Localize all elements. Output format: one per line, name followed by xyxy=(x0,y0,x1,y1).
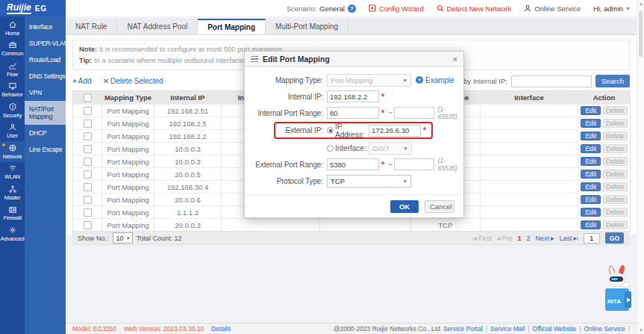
footer-link-service-mail[interactable]: Service Mail xyxy=(490,325,525,333)
edit-button[interactable]: Edit xyxy=(581,132,601,140)
row-checkbox[interactable] xyxy=(84,208,92,217)
edit-button[interactable]: Edit xyxy=(581,170,601,179)
row-checkbox[interactable] xyxy=(84,183,92,191)
pagination-page-1[interactable]: 1 xyxy=(517,235,521,242)
protocol-type-select[interactable]: TCP▼ xyxy=(327,175,411,188)
delete-button[interactable]: Delete xyxy=(603,132,628,140)
rita-assistant-widget[interactable]: RITA xyxy=(601,265,635,315)
sidebar-item-firewall[interactable]: Firewall xyxy=(0,203,25,224)
search-button[interactable]: Search xyxy=(595,75,630,87)
footer-link-online-service[interactable]: Online Service xyxy=(584,325,625,333)
sidebar-item-flow[interactable]: Flow xyxy=(0,59,25,80)
delete-button[interactable]: Delete xyxy=(603,170,628,179)
cell-mapping-type: Port Mapping xyxy=(101,155,154,167)
delete-button[interactable]: Delete xyxy=(603,157,628,166)
sidebar-item-common[interactable]: Common xyxy=(0,39,25,60)
external-ip-input[interactable] xyxy=(369,125,421,137)
online-service-link[interactable]: Online Service xyxy=(524,4,581,13)
sidebar-item-security[interactable]: Security xyxy=(0,100,25,121)
subnav-item-nat-port-mapping[interactable]: NAT/Port Mapping xyxy=(25,101,66,125)
go-button[interactable]: GO xyxy=(605,232,624,244)
subnav-item-dhcp[interactable]: DHCP xyxy=(25,125,66,141)
delete-button[interactable]: Delete xyxy=(603,195,628,204)
ok-button[interactable]: OK xyxy=(390,200,419,213)
edit-button[interactable]: Edit xyxy=(581,195,601,204)
scrollbar-thumb[interactable] xyxy=(639,10,643,57)
pagination-last[interactable]: Last xyxy=(560,235,578,242)
row-checkbox[interactable] xyxy=(84,196,92,204)
edit-button[interactable]: Edit xyxy=(581,157,601,166)
sidebar-item-advanced[interactable]: Advanced xyxy=(0,223,25,244)
delete-button[interactable]: Delete xyxy=(603,182,628,191)
row-checkbox[interactable] xyxy=(84,145,92,153)
pagination-next[interactable]: Next xyxy=(535,235,554,242)
delete-button[interactable]: Delete xyxy=(603,106,628,115)
delete-button[interactable]: Delete xyxy=(603,208,628,217)
vertical-scrollbar[interactable]: ▲ ▼ xyxy=(637,0,644,334)
search-group: Search by Internal IP: Search xyxy=(440,75,630,87)
interface-select[interactable]: Gi0/7▼ xyxy=(369,142,412,155)
edit-button[interactable]: Edit xyxy=(581,119,601,128)
cancel-button[interactable]: Cancel xyxy=(425,200,454,213)
add-button[interactable]: +Add xyxy=(72,77,92,85)
tab-multi-port-mapping[interactable]: Multi-Port Mapping xyxy=(266,19,348,34)
pagination-first[interactable]: First xyxy=(472,235,492,242)
search-input[interactable] xyxy=(511,75,592,87)
delete-selected-button[interactable]: ✕Delete Selected xyxy=(103,77,163,85)
subnav-item-vpn[interactable]: VPN xyxy=(25,84,66,101)
sidebar-item-network[interactable]: Network xyxy=(0,141,25,162)
scroll-down-icon[interactable]: ▼ xyxy=(637,328,644,333)
edit-button[interactable]: Edit xyxy=(581,144,601,153)
prev-page-icon xyxy=(497,236,501,241)
goto-page-input[interactable] xyxy=(584,233,600,244)
example-link[interactable]: ?Example xyxy=(416,76,454,84)
tab-port-mapping[interactable]: Port Mapping xyxy=(198,19,266,34)
detect-new-network-link[interactable]: Detect New Network xyxy=(437,4,512,13)
row-checkbox[interactable] xyxy=(84,158,92,166)
subnav-item-dns-settings[interactable]: DNS Settings xyxy=(25,68,66,84)
pagination-page-2[interactable]: 2 xyxy=(526,235,530,242)
ip-address-radio[interactable] xyxy=(327,127,334,134)
external-port-to-input[interactable] xyxy=(394,158,434,170)
tab-nat-rule[interactable]: NAT Rule xyxy=(66,19,117,34)
config-wizard-link[interactable]: Config Wizard xyxy=(369,4,424,13)
edit-button[interactable]: Edit xyxy=(581,208,601,217)
scroll-up-icon[interactable]: ▲ xyxy=(637,1,644,6)
edit-button[interactable]: Edit xyxy=(581,220,601,229)
tab-nat-address-pool[interactable]: NAT Address Pool xyxy=(117,19,198,34)
sidebar-item-wlan[interactable]: WLAN xyxy=(0,162,25,183)
row-checkbox[interactable] xyxy=(84,221,92,229)
edit-button[interactable]: Edit xyxy=(581,182,601,191)
delete-button[interactable]: Delete xyxy=(603,144,628,153)
sidebar-item-master[interactable]: Master xyxy=(0,182,25,203)
help-icon[interactable]: ? xyxy=(348,4,356,13)
row-checkbox[interactable] xyxy=(84,170,92,179)
internal-ip-input[interactable] xyxy=(327,90,379,102)
sidebar-item-user[interactable]: User xyxy=(0,121,25,142)
row-checkbox[interactable] xyxy=(84,132,92,140)
mapping-type-select[interactable]: Port Mapping▼ xyxy=(327,74,411,87)
pagination-prev[interactable]: Pre xyxy=(497,235,513,242)
select-all-checkbox[interactable] xyxy=(84,93,92,102)
edit-button[interactable]: Edit xyxy=(581,106,601,115)
close-icon[interactable]: × xyxy=(453,55,457,64)
footer-details-link[interactable]: Details xyxy=(211,325,231,333)
delete-button[interactable]: Delete xyxy=(603,119,628,128)
subnav-item-super-vlan[interactable]: SUPER-VLAN xyxy=(25,35,66,52)
subnav-item-route-load[interactable]: Route/Load xyxy=(25,52,66,68)
delete-button[interactable]: Delete xyxy=(603,220,628,229)
internal-port-to-input[interactable] xyxy=(394,107,434,119)
internal-port-from-input[interactable] xyxy=(327,107,379,119)
subnav-item-interface[interactable]: Interface xyxy=(25,19,66,35)
footer-link-service-portal[interactable]: Service Portal xyxy=(443,325,483,333)
external-port-from-input[interactable] xyxy=(327,158,379,170)
row-checkbox[interactable] xyxy=(84,107,92,115)
row-checkbox[interactable] xyxy=(84,120,92,128)
show-no-select[interactable]: 10▼ xyxy=(113,232,133,244)
footer-link-official-website[interactable]: Official Website xyxy=(533,325,577,333)
interface-radio[interactable] xyxy=(327,145,334,152)
user-menu[interactable]: Hi, admin ▼ xyxy=(593,4,631,13)
subnav-item-line-escape[interactable]: Line Escape xyxy=(25,141,66,158)
sidebar-item-behavior[interactable]: Behavior xyxy=(0,80,25,101)
sidebar-item-home[interactable]: Home xyxy=(0,18,25,39)
